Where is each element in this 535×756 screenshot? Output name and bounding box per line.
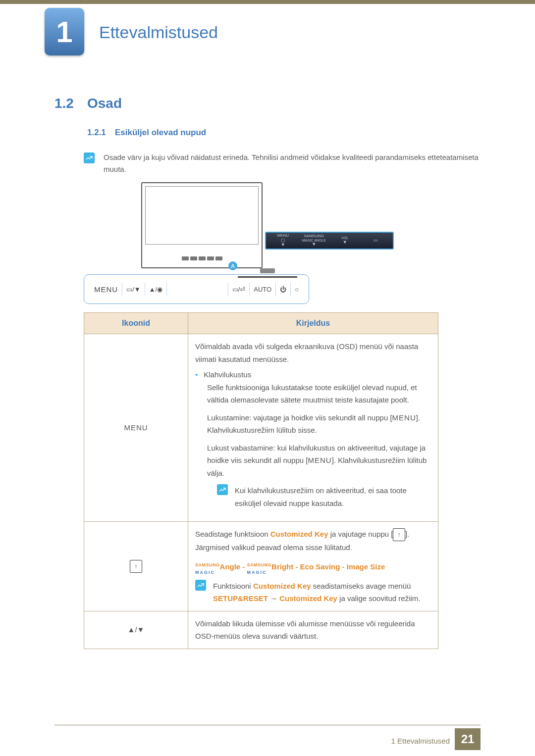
strip-source: ▭/⏎ [229, 286, 249, 293]
intro-note: Osade värv ja kuju võivad näidatust erin… [84, 151, 481, 175]
note-icon [195, 580, 206, 591]
callout-a: A [228, 261, 237, 270]
table-row: MENU Võimaldab avada või sulgeda ekraani… [84, 334, 438, 522]
subsection-title: Esiküljel olevad nupud [115, 128, 206, 138]
footer-chapter: 1 Ettevalmistused [391, 737, 450, 745]
strip-led: ○ [292, 286, 302, 293]
row1-desc: Võimaldab avada või sulgeda ekraanikuva … [188, 334, 438, 522]
row1-icon: MENU [84, 334, 188, 522]
row2-desc: Seadistage funktsioon Customized Key ja … [188, 522, 438, 611]
note-icon [217, 484, 228, 495]
chapter-title: Ettevalmistused [99, 23, 218, 42]
note-icon [84, 152, 95, 163]
top-bar [0, 0, 535, 4]
footer-page-number: 21 [455, 728, 481, 750]
strip-up-enter: ▲/◉ [146, 286, 165, 293]
th-desc: Kirjeldus [188, 313, 438, 334]
row2-icon: ↑ [84, 522, 188, 611]
row3-desc: Võimaldab liikuda ülemisse või alumisse … [188, 611, 438, 649]
table-row: ▲/▼ Võimaldab liikuda ülemisse või alumi… [84, 611, 438, 649]
intro-text: Osade värv ja kuju võivad näidatust erin… [104, 151, 481, 175]
footer-rule [54, 725, 481, 725]
icons-table: Ikoonid Kirjeldus MENU Võimaldab avada v… [84, 312, 438, 649]
section-number: 1.2 [54, 96, 74, 111]
subsection-number: 1.2.1 [87, 128, 106, 138]
strip-menu: MENU [91, 285, 121, 294]
section-title: Osad [87, 96, 122, 111]
row3-icon: ▲/▼ [84, 611, 188, 649]
strip-power: ⏻ [277, 286, 289, 293]
monitor-figure: A MENU▢▼ SAMSUNGMAGIC ANGLE▼ VOL▼ ▭ [0, 182, 535, 278]
strip-auto: AUTO [251, 286, 274, 293]
button-strip: MENU ▭/▼ ▲/◉ ▭/⏎ AUTO ⏻ ○ [84, 274, 309, 304]
strip-key-down: ▭/▼ [123, 286, 143, 293]
th-icons: Ikoonid [84, 313, 188, 334]
monitor-outline [141, 182, 263, 268]
zoom-panel: MENU▢▼ SAMSUNGMAGIC ANGLE▼ VOL▼ ▭ [265, 232, 394, 250]
chapter-number-tab: 1 [45, 8, 84, 55]
table-row: ↑ Seadistage funktsioon Customized Key j… [84, 522, 438, 611]
